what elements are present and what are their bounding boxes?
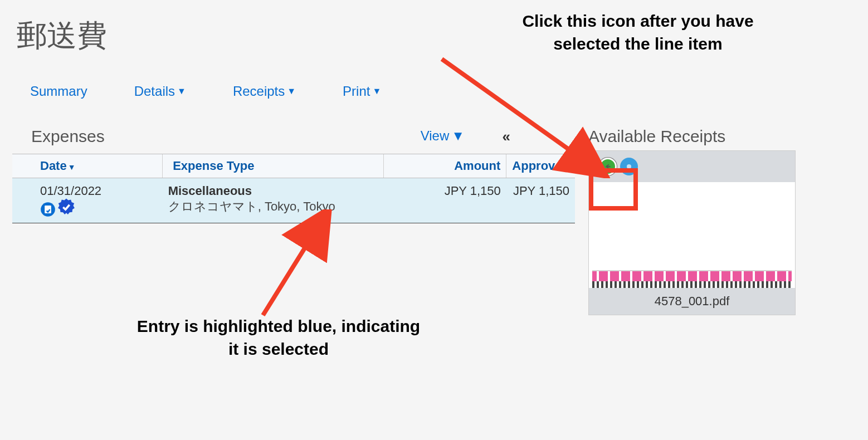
view-label: View	[421, 128, 450, 144]
circle-action-icon	[625, 162, 633, 171]
verified-badge-icon	[57, 198, 76, 217]
tab-print[interactable]: Print ▼	[343, 84, 381, 99]
available-receipts-title: Available Receipts	[588, 127, 796, 146]
tab-summary[interactable]: Summary	[30, 84, 87, 99]
tabs-bar: Summary Details ▼ Receipts ▼ Print ▼	[30, 84, 381, 99]
column-type-label: Expense Type	[173, 159, 254, 173]
cell-amount: JPY 1,150	[384, 178, 506, 223]
receipt-action-button[interactable]	[620, 158, 638, 175]
tab-receipts[interactable]: Receipts ▼	[233, 84, 296, 99]
receipt-attached-icon	[40, 202, 56, 217]
annotation-arrow-bottom	[255, 209, 333, 319]
dropdown-caret-icon: ▼	[177, 86, 186, 96]
page-title: 郵送費	[17, 16, 107, 56]
column-header-approved[interactable]: Approved	[506, 154, 575, 178]
available-receipts-panel: Available Receipts 4578_001.pdf	[588, 127, 796, 315]
annotation-bottom: Entry is highlighted blue, indicating it…	[134, 315, 423, 360]
tab-summary-label: Summary	[30, 84, 87, 99]
tab-details[interactable]: Details ▼	[134, 84, 186, 99]
receipt-card-toolbar	[589, 151, 795, 182]
cell-date: 01/31/2022	[12, 178, 163, 223]
row-approved: JPY 1,150	[513, 184, 569, 198]
tab-receipts-label: Receipts	[233, 84, 285, 99]
tab-print-label: Print	[343, 84, 370, 99]
collapse-panel-icon[interactable]: «	[503, 128, 510, 145]
dropdown-caret-icon: ▼	[372, 86, 381, 96]
receipt-preview[interactable]	[589, 182, 795, 288]
receipt-card[interactable]: 4578_001.pdf	[588, 150, 796, 315]
attach-receipt-button[interactable]	[599, 158, 617, 175]
expenses-title: Expenses	[31, 127, 105, 146]
receipt-filename: 4578_001.pdf	[655, 294, 730, 309]
cell-approved: JPY 1,150	[506, 178, 575, 223]
annotation-top: Click this icon after you have selected …	[518, 10, 758, 55]
column-header-date[interactable]: Date▼	[12, 154, 163, 178]
dropdown-caret-icon: ▼	[287, 86, 296, 96]
row-expense-type: Miscellaneous	[168, 184, 378, 198]
expenses-header: Expenses View ▼ «	[12, 127, 575, 151]
sort-caret-icon: ▼	[68, 163, 76, 172]
arrow-left-icon	[604, 163, 612, 170]
row-status-icons	[40, 202, 157, 217]
view-dropdown[interactable]: View ▼	[421, 128, 465, 144]
expenses-table: Date▼ Expense Type Amount Approved 01/31…	[12, 154, 575, 223]
tab-details-label: Details	[134, 84, 175, 99]
column-approved-label: Approved	[512, 159, 569, 173]
svg-line-5	[263, 215, 325, 315]
row-expense-location: クロネコヤマト, Tokyo, Tokyo	[168, 198, 378, 215]
cell-type: Miscellaneous クロネコヤマト, Tokyo, Tokyo	[163, 178, 384, 223]
row-amount: JPY 1,150	[445, 184, 501, 198]
column-header-type[interactable]: Expense Type	[163, 154, 384, 178]
receipt-preview-barcode	[592, 281, 792, 288]
svg-point-3	[627, 164, 631, 169]
receipt-filename-row: 4578_001.pdf	[589, 288, 795, 315]
dropdown-caret-icon: ▼	[451, 128, 465, 144]
row-date: 01/31/2022	[40, 184, 157, 198]
column-date-label: Date	[40, 159, 67, 173]
expenses-panel: Expenses View ▼ « Date▼ Expense Type Amo…	[12, 127, 575, 223]
column-header-amount[interactable]: Amount	[384, 154, 506, 178]
column-amount-label: Amount	[454, 159, 500, 173]
table-row[interactable]: 01/31/2022 Miscellaneou	[12, 178, 575, 223]
